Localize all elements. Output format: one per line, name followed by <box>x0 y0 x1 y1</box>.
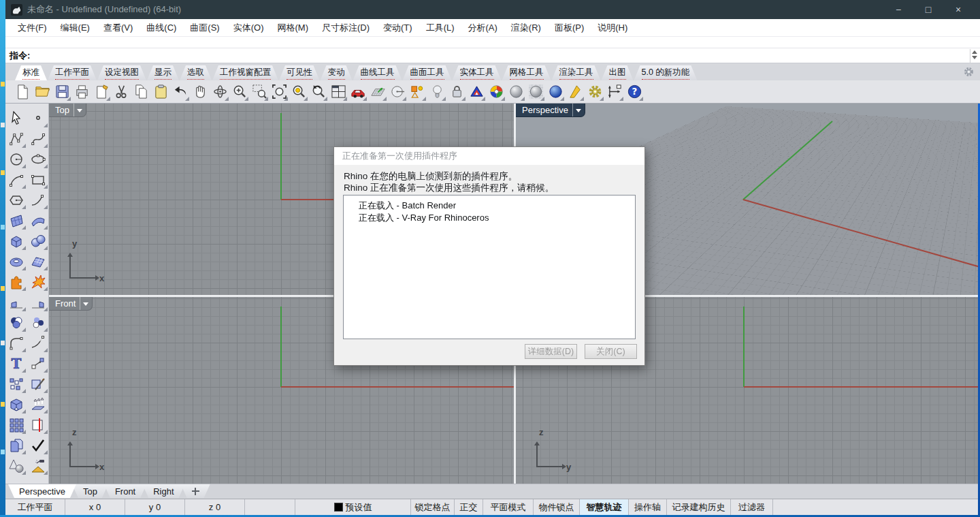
zoom-window-button[interactable] <box>250 82 268 101</box>
status-锁定格点[interactable]: 锁定格点 <box>411 499 455 515</box>
status-工作平面[interactable]: 工作平面 <box>5 499 65 515</box>
chamfer-edge-tool-button[interactable] <box>29 293 48 312</box>
control-point-curve-tool-button[interactable] <box>29 129 48 148</box>
curved-surface-tool-button[interactable] <box>29 211 48 230</box>
lock-objects-button[interactable] <box>448 82 466 101</box>
toolbar-tab[interactable]: 工作视窗配置 <box>212 65 278 80</box>
menu-item[interactable]: 曲面(S) <box>183 22 226 34</box>
render-tools-tool-button[interactable] <box>29 456 48 475</box>
cut-button[interactable] <box>112 82 130 101</box>
status-记录建构历史[interactable]: 记录建构历史 <box>667 499 731 515</box>
viewport-label-top[interactable]: Top <box>49 104 86 117</box>
split-tool-button[interactable] <box>29 416 48 435</box>
rotate-cplane-button[interactable] <box>389 82 406 101</box>
status-x 0[interactable]: x 0 <box>65 499 125 515</box>
new-document-button[interactable] <box>14 82 31 101</box>
menu-item[interactable]: 网格(M) <box>270 22 315 34</box>
fillet-curve-tool-button[interactable] <box>7 334 26 353</box>
layer-tools-button[interactable] <box>408 82 426 101</box>
group-tool-button[interactable] <box>7 375 26 394</box>
explode-tool-button[interactable] <box>7 272 26 292</box>
viewport-tab-top[interactable]: Top <box>72 484 108 498</box>
status-empty[interactable] <box>773 499 978 515</box>
minimize-button[interactable]: − <box>883 4 913 15</box>
toolbar-tab[interactable]: 显示 <box>147 65 179 80</box>
rendered-viewport-button[interactable] <box>546 82 564 101</box>
status-物件锁点[interactable]: 物件锁点 <box>534 499 580 515</box>
toolbar-tab[interactable]: 渲染工具 <box>552 65 601 80</box>
menu-item[interactable]: 查看(V) <box>97 22 140 34</box>
viewport-tab-perspective[interactable]: Perspective <box>8 484 76 498</box>
surface-from-points-tool-button[interactable] <box>7 211 26 230</box>
command-scroll-spinner[interactable] <box>970 49 979 63</box>
points-on-tool-button[interactable] <box>29 436 48 455</box>
solid-primitives-tool-button[interactable] <box>7 456 26 475</box>
circle-tool-button[interactable] <box>7 150 26 169</box>
viewport-label-perspective[interactable]: Perspective <box>516 104 585 117</box>
torus-tool-button[interactable] <box>7 252 26 271</box>
toolbar-tab[interactable]: 工作平面 <box>48 65 97 80</box>
undo-view-change-button[interactable] <box>310 82 327 101</box>
copy-button[interactable] <box>132 82 150 101</box>
help-button[interactable] <box>625 82 643 101</box>
save-file-button[interactable] <box>53 82 71 101</box>
rectangle-tool-button[interactable] <box>29 170 48 189</box>
command-input[interactable]: 指令: <box>5 48 980 63</box>
paste-button[interactable] <box>152 82 169 101</box>
toolbar-tab[interactable]: 曲面工具 <box>403 65 452 80</box>
extrude-tool-button[interactable] <box>29 395 48 414</box>
box-tool-button[interactable] <box>7 232 26 251</box>
render-properties-button[interactable] <box>487 82 505 101</box>
undo-button[interactable] <box>172 82 189 101</box>
status-操作轴[interactable]: 操作轴 <box>629 499 667 515</box>
move-control-points-tool-button[interactable] <box>29 354 48 373</box>
polygon-tool-button[interactable] <box>7 191 26 210</box>
copy-object-tool-button[interactable] <box>7 436 26 455</box>
render-button[interactable] <box>468 82 485 101</box>
plugin-loading-list[interactable]: 正在载入 - Batch Render正在载入 - V-Ray For Rhin… <box>343 195 636 339</box>
toolbar-tab[interactable]: 选取 <box>180 65 212 80</box>
options-button[interactable] <box>586 82 604 101</box>
menu-item[interactable]: 尺寸标注(D) <box>315 22 376 34</box>
toolbar-tab[interactable]: 标准 <box>15 65 47 80</box>
viewport-label-front[interactable]: Front <box>49 297 93 311</box>
dimension-button[interactable] <box>606 82 623 101</box>
menu-item[interactable]: 实体(O) <box>227 22 271 34</box>
viewport-tab-right[interactable]: Right <box>142 484 184 498</box>
menu-item[interactable]: 渲染(R) <box>504 22 548 34</box>
viewport-layout-button[interactable] <box>329 82 347 101</box>
toolbar-tab[interactable]: 网格工具 <box>502 65 551 80</box>
details-button[interactable]: 详细数据(D) <box>525 344 577 359</box>
toolbar-tab[interactable]: 可见性 <box>279 65 320 80</box>
extend-curve-tool-button[interactable] <box>29 334 48 353</box>
menu-item[interactable]: 编辑(E) <box>54 22 97 34</box>
array-tool-button[interactable] <box>7 416 26 435</box>
pan-view-button[interactable] <box>191 82 209 101</box>
toolbar-settings-gear-icon[interactable] <box>963 66 975 78</box>
show-render-mesh-button[interactable] <box>566 82 584 101</box>
solid-tools-tool-button[interactable] <box>7 395 26 414</box>
menu-item[interactable]: 面板(P) <box>548 22 591 34</box>
fillet-edge-tool-button[interactable] <box>7 293 26 312</box>
toolbar-tab[interactable]: 设定视图 <box>97 65 146 80</box>
boolean-union-tool-button[interactable] <box>7 313 26 332</box>
free-form-curve-tool-button[interactable] <box>29 191 48 210</box>
toolbar-tab[interactable]: 实体工具 <box>453 65 502 80</box>
zoom-selected-button[interactable] <box>290 82 308 101</box>
sphere-tool-button[interactable] <box>29 232 48 251</box>
lights-button[interactable] <box>428 82 446 101</box>
menu-item[interactable]: 文件(F) <box>11 22 54 34</box>
surface-from-mesh-tool-button[interactable] <box>29 252 48 271</box>
export-button[interactable] <box>93 82 110 101</box>
trim-tool-button[interactable] <box>29 375 48 394</box>
status-平面模式[interactable]: 平面模式 <box>483 499 534 515</box>
status-过滤器[interactable]: 过滤器 <box>731 499 773 515</box>
toolbar-tab[interactable]: 曲线工具 <box>353 65 402 80</box>
ellipse-tool-button[interactable] <box>29 150 48 169</box>
set-cplane-button[interactable] <box>369 82 387 101</box>
status-正交[interactable]: 正交 <box>455 499 483 515</box>
shaded-viewport-button[interactable] <box>507 82 525 101</box>
point-cloud-tool-button[interactable] <box>29 313 48 332</box>
text-object-tool-button[interactable] <box>7 354 26 373</box>
zoom-dynamic-button[interactable] <box>231 82 248 101</box>
